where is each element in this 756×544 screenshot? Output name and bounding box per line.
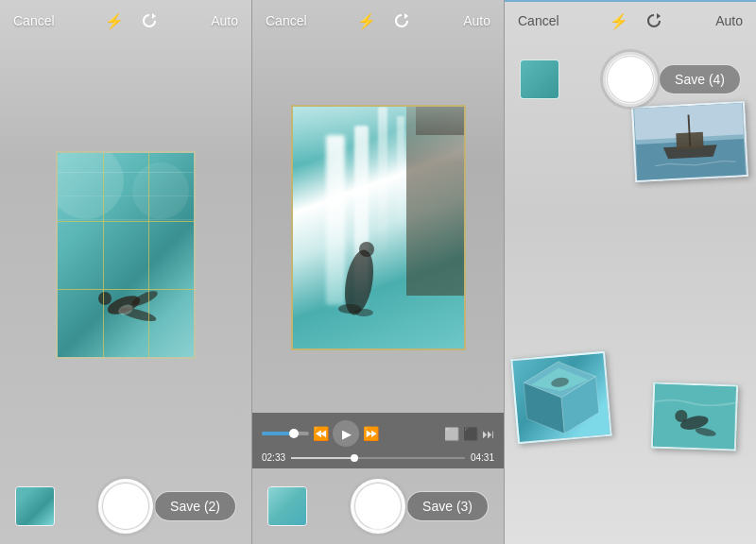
shutter-button-3[interactable] (603, 52, 658, 107)
svg-point-6 (359, 242, 374, 257)
auto-label-3[interactable]: Auto (715, 13, 743, 28)
photo-swimmer-small (651, 382, 738, 450)
cancel-button-1[interactable]: Cancel (13, 13, 55, 28)
panel-2: Cancel ⚡ Auto (252, 0, 505, 544)
photo-bg-1 (58, 153, 194, 357)
settings-icon-area (369, 518, 387, 538)
topbar-1: Cancel ⚡ Auto (0, 0, 251, 42)
photo-2 (291, 105, 466, 350)
play-button[interactable]: ▶ (333, 420, 359, 447)
time-start: 02:33 (262, 452, 285, 463)
video-transport: ⏪ ▶ ⏩ ⬜ ⬛ ⏭ (262, 420, 494, 447)
more-icon[interactable]: ⏭ (482, 427, 494, 441)
svg-point-1 (98, 292, 112, 305)
full-timeline-track[interactable] (291, 457, 465, 459)
svg-point-8 (354, 309, 373, 316)
box-scene (512, 353, 610, 442)
auto-label-2[interactable]: Auto (463, 13, 490, 28)
swimmer-small-scene (653, 384, 736, 450)
panel-3: Cancel ⚡ Auto (505, 0, 756, 544)
flash-icon-3[interactable]: ⚡ (610, 12, 628, 30)
camera-flip-icon-3[interactable] (644, 13, 664, 28)
panel-1: Cancel ⚡ Auto (0, 0, 252, 544)
shutter-inner-3 (607, 56, 654, 103)
fastforward-icon[interactable]: ⏩ (363, 426, 379, 441)
flash-icon-2[interactable]: ⚡ (357, 12, 376, 30)
thumbnail-1[interactable] (15, 486, 55, 526)
shutter-inner-1 (102, 483, 149, 530)
photo-3d-box (510, 351, 611, 444)
play-icon: ▶ (342, 427, 352, 441)
rewind-icon[interactable]: ⏪ (313, 426, 329, 441)
topbar-center-1: ⚡ (105, 12, 160, 30)
swimmer-svg-1 (86, 263, 162, 329)
camera-flip-icon-1[interactable] (139, 13, 160, 28)
topbar-center-3: ⚡ (610, 12, 664, 30)
gear-icon[interactable] (369, 518, 387, 535)
save-button-1[interactable]: Save (2) (154, 491, 236, 521)
cancel-button-3[interactable]: Cancel (518, 13, 559, 28)
topbar-2: Cancel ⚡ Auto (252, 0, 504, 42)
time-end: 04:31 (471, 452, 494, 463)
scattered-photos-area (505, 57, 756, 468)
swimmer-svg-2 (312, 197, 406, 330)
camera-flip-icon-2[interactable] (391, 13, 412, 28)
thumbnail-2[interactable] (267, 486, 307, 526)
video-controls: ⏪ ▶ ⏩ ⬜ ⬛ ⏭ 02:33 04:31 (252, 413, 504, 468)
shutter-button-1[interactable] (98, 479, 153, 534)
bottombar-1: Save (2) (0, 468, 251, 544)
topbar-3: Cancel ⚡ Auto (505, 0, 756, 42)
photo-bg-2 (293, 107, 464, 348)
frame-icon-1[interactable]: ⬜ (444, 427, 459, 441)
image-area-1 (0, 42, 251, 468)
frame-icon-2[interactable]: ⬛ (463, 427, 478, 441)
timeline-row: 02:33 04:31 (262, 452, 494, 463)
mini-progress-track[interactable] (262, 432, 309, 435)
photo-1 (56, 151, 196, 359)
save-button-3[interactable]: Save (4) (659, 64, 741, 94)
image-area-2 (252, 42, 504, 413)
auto-label-1[interactable]: Auto (211, 13, 238, 28)
cancel-button-2[interactable]: Cancel (266, 13, 307, 28)
save-button-2[interactable]: Save (3) (406, 491, 489, 521)
topbar-center-2: ⚡ (357, 12, 412, 30)
bottombar-3: Save (4) (505, 42, 756, 117)
flash-icon-1[interactable]: ⚡ (105, 12, 124, 30)
thumbnail-3[interactable] (520, 60, 559, 99)
